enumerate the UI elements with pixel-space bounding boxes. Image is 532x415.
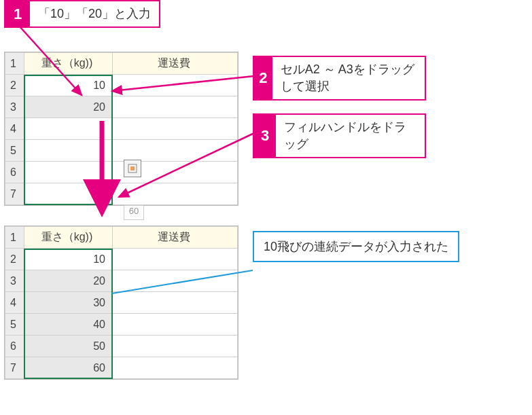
step-2-number: 2 xyxy=(254,57,272,99)
cell-b3[interactable] xyxy=(113,270,238,292)
cell-a6[interactable]: 50 xyxy=(24,336,113,357)
cell-b5[interactable] xyxy=(113,140,238,162)
cell-a2[interactable]: 10 xyxy=(24,75,113,96)
row-header: 4 xyxy=(5,118,24,140)
row-header: 3 xyxy=(5,96,24,118)
step-3-number: 3 xyxy=(254,115,276,157)
cell-a3[interactable]: 20 xyxy=(24,96,113,118)
row-header: 6 xyxy=(5,162,24,183)
row-header: 2 xyxy=(5,249,24,270)
step-1-callout: 1 「10」「20」と入力 xyxy=(4,0,160,28)
cell-a3[interactable]: 20 xyxy=(24,270,113,292)
row-header: 1 xyxy=(5,53,24,75)
row-header: 1 xyxy=(5,227,24,249)
row-header: 7 xyxy=(5,183,24,205)
row-header: 4 xyxy=(5,292,24,314)
cell-b5[interactable] xyxy=(113,314,238,336)
grid-before: 1 重さ（kg)) 運送費 2 10 3 20 4 5 6 xyxy=(5,52,238,205)
cell-a2[interactable]: 10 xyxy=(24,249,113,270)
row-header: 2 xyxy=(5,75,24,96)
cell-b2[interactable] xyxy=(113,75,238,96)
col-header-a: 重さ（kg)) xyxy=(24,227,113,249)
cell-a6[interactable] xyxy=(24,162,113,183)
step-1-text: 「10」「20」と入力 xyxy=(30,1,159,26)
drag-preview-value: 60 xyxy=(124,205,144,220)
step-3-callout: 3 フィルハンドルをドラッグ xyxy=(253,113,426,158)
row-header: 3 xyxy=(5,270,24,292)
cell-b7[interactable] xyxy=(113,183,238,205)
svg-rect-1 xyxy=(130,166,135,170)
grid-after: 1 重さ（kg)) 運送費 2 10 3 20 4 30 5 40 6 50 xyxy=(5,226,238,379)
step-2-callout: 2 セルA2 ～ A3をドラッグして選択 xyxy=(253,56,426,101)
row-header: 7 xyxy=(5,357,24,379)
cell-b2[interactable] xyxy=(113,249,238,270)
cell-b7[interactable] xyxy=(113,357,238,379)
cell-b4[interactable] xyxy=(113,292,238,314)
cell-a7[interactable] xyxy=(24,183,113,205)
row-header: 5 xyxy=(5,140,24,162)
cell-a4[interactable]: 30 xyxy=(24,292,113,314)
cell-b3[interactable] xyxy=(113,96,238,118)
cell-a5[interactable]: 40 xyxy=(24,314,113,336)
result-callout: 10飛びの連続データが入力された xyxy=(253,231,459,262)
row-header: 6 xyxy=(5,336,24,357)
autofill-icon xyxy=(128,164,137,173)
cell-a4[interactable] xyxy=(24,118,113,140)
cell-a5[interactable] xyxy=(24,140,113,162)
step-2-text: セルA2 ～ A3をドラッグして選択 xyxy=(272,57,425,99)
step-1-number: 1 xyxy=(5,1,30,26)
autofill-options-icon[interactable] xyxy=(124,160,141,177)
spreadsheet-after: 1 重さ（kg)) 運送費 2 10 3 20 4 30 5 40 6 50 xyxy=(4,225,238,380)
cell-b4[interactable] xyxy=(113,118,238,140)
col-header-b: 運送費 xyxy=(113,227,238,249)
step-3-text: フィルハンドルをドラッグ xyxy=(276,115,425,157)
spreadsheet-before: 1 重さ（kg)) 運送費 2 10 3 20 4 5 6 xyxy=(4,52,238,206)
row-header: 5 xyxy=(5,314,24,336)
cell-a7[interactable]: 60 xyxy=(24,357,113,379)
col-header-b: 運送費 xyxy=(113,53,238,75)
col-header-a: 重さ（kg)) xyxy=(24,53,113,75)
cell-b6[interactable] xyxy=(113,336,238,357)
